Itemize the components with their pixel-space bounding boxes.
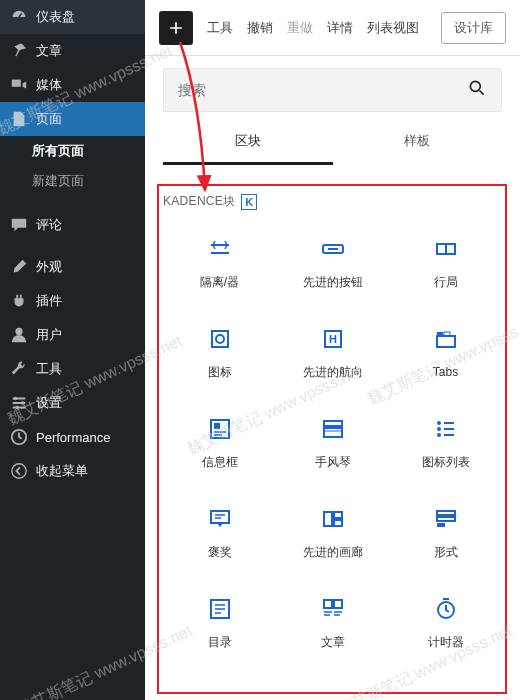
form-icon — [433, 506, 459, 532]
toolbar-listview[interactable]: 列表视图 — [367, 19, 419, 37]
svg-rect-32 — [437, 523, 445, 527]
sidebar-item-tools[interactable]: 工具 — [0, 352, 145, 386]
sidebar-sub-all-pages[interactable]: 所有页面 — [0, 136, 145, 166]
block-label: 文章 — [321, 634, 345, 651]
svg-text:H: H — [329, 333, 337, 345]
block-form[interactable]: 形式 — [389, 488, 502, 578]
spacer-icon — [207, 236, 233, 262]
block-label: 先进的画廊 — [303, 544, 363, 561]
icon-icon — [207, 326, 233, 352]
sidebar-item-label: 媒体 — [36, 76, 62, 94]
svg-point-23 — [437, 421, 441, 425]
svg-rect-17 — [437, 332, 443, 336]
sidebar-item-performance[interactable]: Performance — [0, 420, 145, 454]
media-icon — [10, 76, 28, 94]
category-label: KADENCE块 — [163, 193, 235, 210]
toc-icon — [207, 596, 233, 622]
toolbar-undo[interactable]: 撤销 — [247, 19, 273, 37]
row-icon — [433, 236, 459, 262]
block-tabs[interactable]: Tabs — [389, 308, 502, 398]
sidebar-item-label: 外观 — [36, 258, 62, 276]
sidebar-item-label: 收起菜单 — [36, 462, 88, 480]
sidebar-item-dashboard[interactable]: 仪表盘 — [0, 0, 145, 34]
editor-toolbar: 工具 撤销 重做 详情 列表视图 设计库 — [145, 0, 520, 56]
svg-rect-22 — [324, 428, 342, 437]
sidebar-item-label: 仪表盘 — [36, 8, 75, 26]
sidebar-item-label: 评论 — [36, 216, 62, 234]
sidebar-item-appearance[interactable]: 外观 — [0, 250, 145, 284]
block-label: Tabs — [433, 365, 458, 379]
search-container — [163, 68, 502, 112]
sidebar-item-label: 文章 — [36, 42, 62, 60]
sidebar-item-label: Performance — [36, 430, 110, 445]
block-icon-list[interactable]: 图标列表 — [389, 398, 502, 488]
svg-point-7 — [470, 81, 480, 91]
tabs-icon — [433, 327, 459, 353]
block-posts[interactable]: 文章 — [276, 578, 389, 668]
svg-point-6 — [12, 464, 26, 478]
sidebar-item-users[interactable]: 用户 — [0, 318, 145, 352]
block-label: 形式 — [434, 544, 458, 561]
kadence-icon: K — [241, 194, 257, 210]
toolbar-redo[interactable]: 重做 — [287, 19, 313, 37]
block-label: 隔离/器 — [200, 274, 239, 291]
block-testimonial[interactable]: 褒奖 — [163, 488, 276, 578]
block-inserter-panel: 区块 样板 KADENCE块 K 隔离/器 先进的按钮 行局 — [145, 56, 520, 700]
block-adv-heading[interactable]: H 先进的航向 — [276, 308, 389, 398]
block-countdown[interactable]: 计时器 — [389, 578, 502, 668]
gauge-icon — [10, 8, 28, 26]
category-header[interactable]: KADENCE块 K — [163, 193, 502, 210]
pin-icon — [10, 42, 28, 60]
sidebar-item-label: 工具 — [36, 360, 62, 378]
block-label: 手风琴 — [315, 454, 351, 471]
toolbar-tools[interactable]: 工具 — [207, 19, 233, 37]
sidebar-item-settings[interactable]: 设置 — [0, 386, 145, 420]
sidebar-item-label: 页面 — [36, 110, 62, 128]
toolbar-details[interactable]: 详情 — [327, 19, 353, 37]
block-label: 图标列表 — [422, 454, 470, 471]
sidebar-item-collapse[interactable]: 收起菜单 — [0, 454, 145, 488]
block-accordion[interactable]: 手风琴 — [276, 398, 389, 488]
svg-rect-30 — [437, 511, 455, 515]
svg-rect-10 — [438, 245, 445, 253]
comment-icon — [10, 216, 28, 234]
block-label: 计时器 — [428, 634, 464, 651]
svg-point-2 — [14, 397, 18, 401]
search-input[interactable] — [178, 82, 467, 98]
gallery-icon — [320, 506, 346, 532]
add-block-button[interactable] — [159, 11, 193, 45]
sidebar-item-pages[interactable]: 页面 — [0, 102, 145, 136]
sidebar-item-media[interactable]: 媒体 — [0, 68, 145, 102]
svg-rect-31 — [437, 517, 455, 521]
block-icon[interactable]: 图标 — [163, 308, 276, 398]
accordion-icon — [320, 416, 346, 442]
user-icon — [10, 326, 28, 344]
block-label: 目录 — [208, 634, 232, 651]
sidebar-item-comments[interactable]: 评论 — [0, 208, 145, 242]
sidebar-item-plugins[interactable]: 插件 — [0, 284, 145, 318]
design-library-button[interactable]: 设计库 — [441, 12, 506, 44]
svg-point-25 — [437, 433, 441, 437]
svg-rect-0 — [12, 80, 21, 87]
svg-rect-26 — [211, 511, 229, 523]
sidebar-item-label: 插件 — [36, 292, 62, 310]
block-grid: 隔离/器 先进的按钮 行局 图标 H 先进的航向 Tabs — [163, 218, 502, 668]
plug-icon — [10, 292, 28, 310]
tab-patterns[interactable]: 样板 — [333, 122, 503, 165]
tab-blocks[interactable]: 区块 — [163, 122, 333, 165]
block-label: 图标 — [208, 364, 232, 381]
block-toc[interactable]: 目录 — [163, 578, 276, 668]
sidebar-item-posts[interactable]: 文章 — [0, 34, 145, 68]
block-row-layout[interactable]: 行局 — [389, 218, 502, 308]
sidebar-item-label: 用户 — [36, 326, 62, 344]
block-adv-gallery[interactable]: 先进的画廊 — [276, 488, 389, 578]
sliders-icon — [10, 394, 28, 412]
sidebar-sub-new-page[interactable]: 新建页面 — [0, 166, 145, 196]
block-label: 褒奖 — [208, 544, 232, 561]
svg-rect-11 — [447, 245, 454, 253]
infobox-icon — [207, 416, 233, 442]
block-adv-button[interactable]: 先进的按钮 — [276, 218, 389, 308]
svg-point-1 — [15, 328, 22, 335]
block-infobox[interactable]: 信息框 — [163, 398, 276, 488]
block-spacer[interactable]: 隔离/器 — [163, 218, 276, 308]
